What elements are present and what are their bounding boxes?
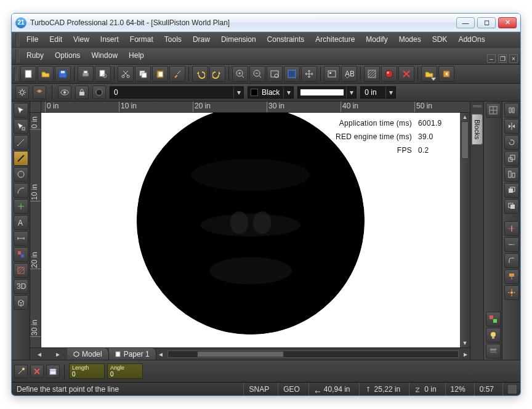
menu-dimension[interactable]: Dimension (216, 33, 261, 47)
layer-lock-icon[interactable] (75, 86, 89, 99)
menu-tools[interactable]: Tools (159, 33, 187, 47)
fillet-button[interactable] (504, 253, 519, 268)
layer-color-icon[interactable] (92, 86, 106, 99)
save-file-button[interactable] (55, 66, 71, 82)
sketch-tool[interactable] (14, 135, 28, 150)
menu-format[interactable]: Format (125, 33, 158, 47)
panel-grip[interactable] (473, 105, 482, 111)
scroll-left-icon[interactable]: ◂ (156, 350, 165, 358)
menu-help[interactable]: Help (124, 49, 149, 63)
zoom-out-button[interactable] (249, 66, 265, 82)
calendar-icon[interactable] (46, 365, 60, 378)
flip-button[interactable] (504, 103, 519, 118)
menu-addons[interactable]: AddOns (453, 33, 490, 47)
titlebar[interactable]: 21 TurboCAD Professional 21.0 64-bit - [… (12, 14, 520, 32)
palette-button[interactable] (486, 312, 501, 326)
doc-close-icon[interactable]: × (509, 54, 518, 63)
zoom-window-button[interactable] (267, 66, 283, 82)
arc-tool[interactable] (14, 183, 28, 198)
scroll-thumb[interactable] (461, 121, 469, 159)
ruler-vertical[interactable]: 0 in10 in20 in30 in (30, 113, 41, 347)
menu-draw[interactable]: Draw (188, 33, 215, 47)
layer-dropdown[interactable]: 0 ▾ (110, 86, 244, 99)
layers-palette-button[interactable] (486, 344, 501, 358)
menu-insert[interactable]: Insert (95, 33, 124, 47)
paste-button[interactable] (152, 66, 168, 82)
line-tool[interactable] (14, 151, 28, 166)
mirror-button[interactable] (504, 119, 519, 134)
menu-ruby[interactable]: Ruby (22, 49, 49, 63)
doc-minimize-icon[interactable]: – (487, 54, 496, 63)
print-preview-button[interactable] (95, 66, 111, 82)
zoom-extents-button[interactable] (284, 66, 300, 82)
snap-toggle[interactable]: SNAP (243, 383, 274, 395)
copy-button[interactable] (135, 66, 151, 82)
menu-sdk[interactable]: SDK (427, 33, 453, 47)
scroll-right-icon[interactable]: ▸ (461, 350, 470, 358)
toolbar-grip[interactable] (15, 33, 19, 47)
bring-front-button[interactable] (504, 183, 519, 198)
panel-blocks[interactable]: Blocks (472, 114, 483, 145)
publish-button[interactable] (438, 66, 454, 82)
extend-button[interactable] (504, 237, 519, 252)
resize-grip[interactable] (508, 385, 517, 394)
viewport-button[interactable] (486, 103, 501, 118)
settings-icon[interactable] (15, 86, 29, 99)
menu-constraints[interactable]: Constraints (262, 33, 310, 47)
scroll-up-icon[interactable]: ▲ (462, 114, 468, 120)
trim-button[interactable] (504, 221, 519, 236)
scrollbar-horizontal[interactable]: ◂ ▸ (156, 348, 470, 360)
block-tool[interactable] (14, 247, 28, 262)
3d-tool[interactable]: 3D (14, 279, 28, 294)
menu-view[interactable]: View (68, 33, 94, 47)
toolbar-grip[interactable] (14, 67, 18, 81)
scale-button[interactable] (504, 151, 519, 166)
linetype-dropdown[interactable]: ▾ (297, 86, 357, 99)
length-field[interactable]: Length 0 (69, 363, 105, 379)
magic-wand-icon[interactable] (14, 365, 28, 378)
tab-paper1[interactable]: Paper 1 (109, 348, 156, 360)
zoom-in-button[interactable] (232, 66, 248, 82)
spellcheck-button[interactable]: ABC (341, 66, 357, 82)
menu-file[interactable]: File (22, 33, 43, 47)
menu-window[interactable]: Window (86, 49, 123, 63)
geo-toggle[interactable]: GEO (278, 383, 305, 395)
box-tool[interactable] (14, 295, 28, 310)
menu-options[interactable]: Options (50, 49, 85, 63)
maximize-button[interactable]: ◻ (477, 17, 496, 28)
menu-architecture[interactable]: Architecture (310, 33, 360, 47)
explode-button[interactable] (504, 285, 519, 300)
select-tool[interactable] (14, 103, 28, 118)
scroll-down-icon[interactable]: ▼ (462, 340, 468, 346)
align-button[interactable] (504, 167, 519, 182)
pan-button[interactable] (301, 66, 317, 82)
new-file-button[interactable] (20, 66, 36, 82)
open-file-button[interactable] (38, 66, 54, 82)
color-dropdown[interactable]: Black ▾ (248, 86, 294, 99)
dimension-tool[interactable] (14, 231, 28, 246)
menu-modify[interactable]: Modify (361, 33, 392, 47)
layer-props-icon[interactable] (33, 86, 46, 99)
hatch-button[interactable] (364, 66, 380, 82)
folder-misc-button[interactable] (421, 66, 437, 82)
point-tool[interactable] (14, 199, 28, 214)
menu-modes[interactable]: Modes (394, 33, 426, 47)
layer-visible-icon[interactable] (58, 86, 71, 99)
hatch-tool[interactable] (14, 263, 28, 278)
cut-button[interactable] (118, 66, 134, 82)
doc-restore-icon[interactable]: ❐ (498, 54, 507, 63)
text-tool[interactable]: A (14, 215, 28, 230)
brush-button[interactable] (169, 66, 185, 82)
circle-tool[interactable] (14, 167, 28, 182)
canvas[interactable]: Application time (ms) 6001.9 RED engine … (41, 113, 460, 347)
materials-button[interactable] (381, 66, 397, 82)
light-button[interactable] (486, 328, 501, 342)
close-button[interactable]: ✕ (498, 17, 517, 28)
ruler-horizontal[interactable]: 0 in10 in20 in30 in40 in50 in (41, 102, 470, 113)
tab-model[interactable]: Model (67, 348, 109, 360)
named-views-button[interactable] (324, 66, 340, 82)
send-back-button[interactable] (504, 199, 519, 214)
select-similar-tool[interactable] (14, 119, 28, 134)
tab-nav[interactable]: ◂▸ (30, 348, 67, 360)
angle-field[interactable]: Angle 0 (107, 363, 143, 379)
